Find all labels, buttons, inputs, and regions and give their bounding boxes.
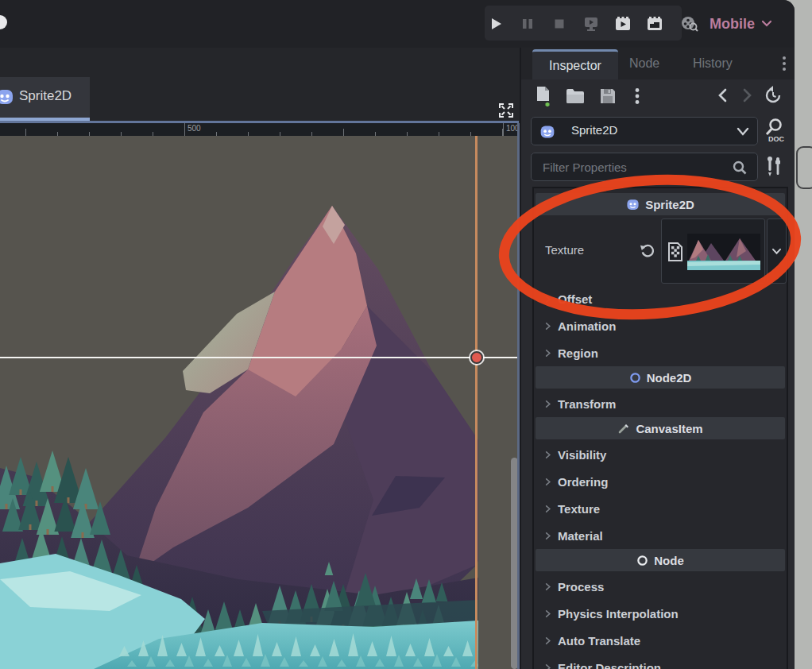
desktop-background [795, 0, 812, 669]
group-row-material[interactable]: Material [534, 522, 787, 549]
ruler-major-tick [503, 123, 504, 136]
group-row-region[interactable]: Region [534, 339, 787, 366]
revert-icon[interactable] [639, 242, 656, 260]
object-history-button[interactable] [763, 85, 783, 106]
chevron-down-icon [737, 127, 749, 137]
ruler-label: 500 [188, 124, 201, 133]
sprite2d-icon [626, 198, 640, 211]
scene-tab-label: Sprite2D [19, 88, 72, 104]
play-scene-button[interactable] [613, 14, 632, 33]
save-resource-button[interactable] [599, 87, 617, 105]
edited-object-name: Sprite2D [571, 123, 617, 137]
edited-object-selector[interactable]: Sprite2D [531, 117, 758, 145]
remote-debug-button[interactable] [582, 14, 601, 33]
chevron-right-icon [543, 663, 552, 669]
category-node2d: Node2D [536, 366, 785, 389]
dock-tab-bar: Inspector Node History [521, 48, 795, 79]
canvasitem-icon [617, 422, 630, 435]
ruler-tick [343, 129, 344, 136]
ruler-major-tick [184, 123, 185, 136]
ruler-tick [25, 129, 26, 136]
tab-node[interactable]: Node [629, 48, 659, 79]
chevron-right-icon [543, 478, 552, 486]
group-row-visibility[interactable]: Visibility [534, 441, 787, 468]
search-icon [732, 160, 748, 176]
chevron-right-icon [543, 451, 552, 459]
godot-node-icon [0, 87, 14, 106]
inspector-dock: Inspector Node History [520, 48, 795, 669]
chevron-right-icon [543, 532, 552, 540]
stop-button[interactable] [550, 14, 569, 33]
extra-filter-options-button[interactable] [764, 156, 783, 178]
property-label: Texture [545, 243, 584, 257]
chevron-down-icon [771, 248, 782, 255]
chevron-right-icon [543, 505, 552, 513]
filter-properties-input[interactable] [532, 153, 757, 180]
filter-properties-field[interactable] [531, 153, 758, 181]
texture-value-box[interactable] [661, 218, 765, 284]
group-row-offset[interactable]: Offset [534, 285, 787, 312]
godot-editor-window: Mobile Sprite2D 5001000 [0, 0, 795, 669]
chevron-right-icon [543, 609, 552, 618]
viewport-2d-canvas[interactable] [0, 136, 521, 669]
history-forward-button[interactable] [740, 88, 753, 102]
load-resource-button[interactable] [566, 88, 585, 104]
vertical-orange-guide [475, 136, 478, 669]
sprite-mountain-artwork [0, 136, 478, 669]
movie-maker-button[interactable] [680, 14, 699, 33]
history-back-button[interactable] [717, 88, 729, 102]
group-row-transform[interactable]: Transform [534, 390, 787, 417]
scene-tab-bar: Sprite2D [0, 48, 521, 123]
node2d-icon [629, 372, 641, 384]
dock-menu-button[interactable] [779, 55, 790, 72]
chevron-right-icon [543, 400, 552, 408]
clipped-toolbar-icon [0, 15, 7, 29]
scene-tab-sprite2d[interactable]: Sprite2D [0, 77, 90, 118]
category-node: Node [536, 549, 785, 571]
run-profile-label: Mobile [710, 16, 755, 33]
svg-text:DOC: DOC [768, 135, 785, 143]
background-window-edge [796, 146, 812, 189]
group-row-physics-interpolation[interactable]: Physics Interpolation [534, 600, 787, 627]
node-icon [636, 555, 648, 567]
play-button[interactable] [486, 14, 505, 33]
group-row-animation[interactable]: Animation [534, 312, 787, 339]
category-sprite2d: Sprite2D [536, 193, 785, 215]
top-toolbar: Mobile [0, 0, 795, 48]
group-row-auto-translate[interactable]: Auto Translate [534, 627, 787, 654]
new-resource-button[interactable] [534, 86, 553, 106]
pivot-handle[interactable] [470, 351, 483, 364]
resource-menu-button[interactable] [632, 87, 642, 105]
horizontal-ruler: 5001000 [0, 123, 521, 136]
chevron-right-icon [543, 636, 552, 645]
chevron-down-icon [761, 20, 772, 28]
chevron-right-icon [543, 582, 552, 591]
expand-icon [497, 102, 515, 119]
vertical-dots-icon [779, 55, 790, 72]
edit-texture-icon [667, 242, 683, 261]
chevron-right-icon [543, 295, 552, 304]
texture-dropdown-button[interactable] [767, 218, 787, 284]
run-profile-dropdown[interactable]: Mobile [710, 11, 772, 37]
property-list: Sprite2DTextureOffsetAnimationRegionNode… [532, 187, 788, 669]
texture-thumbnail[interactable] [687, 234, 760, 270]
open-docs-button[interactable]: DOC [763, 118, 785, 145]
pause-button[interactable] [518, 14, 537, 33]
tab-inspector[interactable]: Inspector [532, 49, 618, 79]
property-row-texture: Texture [534, 217, 787, 285]
horizontal-axis-guide [0, 357, 519, 358]
chevron-right-icon [543, 349, 552, 358]
group-row-texture[interactable]: Texture [534, 495, 787, 522]
tab-history[interactable]: History [693, 48, 733, 79]
group-row-editor-description[interactable]: Editor Description [534, 654, 787, 669]
expand-viewport-button[interactable] [496, 100, 516, 121]
sprite2d-icon [539, 124, 555, 140]
category-canvasitem: CanvasItem [536, 417, 785, 439]
chevron-right-icon [543, 322, 552, 331]
play-custom-scene-button[interactable] [645, 14, 664, 33]
group-row-process[interactable]: Process [534, 573, 787, 600]
group-row-ordering[interactable]: Ordering [534, 468, 787, 495]
